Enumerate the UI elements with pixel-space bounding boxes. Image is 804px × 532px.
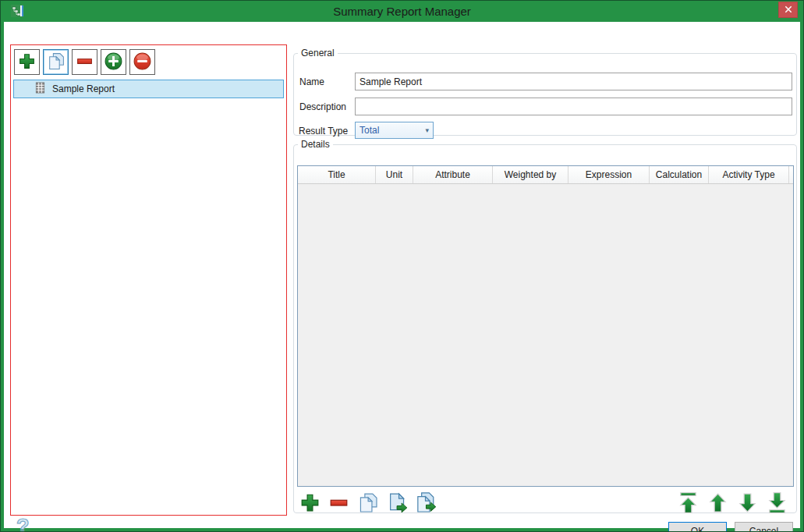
add-icon	[17, 51, 37, 73]
general-group: General Name Description Result Type Tot…	[293, 48, 797, 136]
cancel-button[interactable]: Cancel	[735, 522, 793, 532]
column-header-activity-type[interactable]: Activity Type	[709, 166, 789, 183]
add-circle-icon	[104, 51, 123, 73]
result-type-value: Total	[359, 125, 379, 136]
ok-button[interactable]: OK	[668, 522, 727, 532]
copy-icon	[46, 51, 66, 73]
window-title: Summary Report Manager	[1, 5, 803, 18]
result-type-dropdown[interactable]: Total ▾	[355, 122, 434, 139]
documents-arrow-icon	[414, 491, 437, 516]
arrow-bottom-icon	[766, 491, 788, 516]
import-rows-button[interactable]	[413, 492, 437, 516]
add-icon	[299, 491, 321, 516]
remove-icon	[328, 491, 350, 516]
column-header-filler	[789, 166, 793, 183]
list-item-sample-report[interactable]: Sample Report	[13, 80, 284, 98]
add-report-button[interactable]	[14, 49, 40, 75]
copy-report-button[interactable]	[43, 49, 69, 75]
move-bottom-button[interactable]	[765, 492, 789, 516]
description-label: Description	[299, 101, 346, 112]
remove-row-button[interactable]	[327, 492, 351, 516]
report-toolbar	[11, 45, 286, 75]
details-grid-header: Title Unit Attribute Weighted by Express…	[298, 166, 793, 184]
row-move-group	[676, 492, 789, 516]
titlebar: Summary Report Manager	[1, 1, 803, 22]
name-field[interactable]	[355, 73, 792, 90]
remove-circle-button[interactable]	[129, 49, 155, 75]
move-down-button[interactable]	[735, 492, 760, 516]
close-button[interactable]	[778, 2, 798, 18]
list-item-label: Sample Report	[52, 83, 115, 94]
arrow-up-icon	[707, 491, 729, 516]
column-header-unit[interactable]: Unit	[376, 166, 413, 183]
move-top-button[interactable]	[676, 492, 700, 516]
remove-report-button[interactable]	[72, 49, 97, 75]
close-icon	[785, 4, 792, 16]
dialog-body: Sample Report General Name Description R…	[4, 22, 800, 528]
column-header-expression[interactable]: Expression	[568, 166, 650, 183]
add-row-button[interactable]	[298, 492, 322, 516]
remove-circle-icon	[133, 51, 152, 73]
column-header-weighted-by[interactable]: Weighted by	[493, 166, 568, 183]
arrow-down-icon	[736, 491, 759, 516]
chevron-down-icon: ▾	[425, 126, 433, 134]
details-group: Details Title Unit Attribute Weighted by…	[293, 139, 797, 513]
add-circle-button[interactable]	[101, 49, 126, 75]
summary-report-manager-window: Summary Report Manager	[0, 0, 804, 532]
import-row-button[interactable]	[384, 492, 409, 516]
document-arrow-icon	[385, 491, 408, 516]
row-edit-group	[298, 492, 437, 516]
report-list[interactable]: Sample Report	[12, 80, 285, 514]
column-header-attribute[interactable]: Attribute	[413, 166, 493, 183]
details-legend: Details	[298, 139, 333, 150]
move-up-button[interactable]	[706, 492, 730, 516]
description-field[interactable]	[355, 98, 792, 115]
result-type-label: Result Type	[299, 126, 348, 137]
details-grid-body	[298, 184, 793, 486]
arrow-top-icon	[677, 491, 700, 516]
details-toolbar	[298, 490, 789, 518]
column-header-title[interactable]: Title	[298, 166, 376, 183]
remove-icon	[75, 51, 94, 73]
report-list-panel: Sample Report	[10, 44, 287, 516]
details-grid: Title Unit Attribute Weighted by Express…	[297, 165, 794, 487]
name-label: Name	[299, 76, 324, 87]
column-header-calculation[interactable]: Calculation	[650, 166, 709, 183]
general-legend: General	[298, 48, 338, 59]
copy-row-button[interactable]	[356, 492, 380, 516]
report-grid-icon	[35, 82, 45, 96]
help-icon[interactable]: ?	[16, 516, 30, 532]
copy-icon	[356, 491, 379, 516]
